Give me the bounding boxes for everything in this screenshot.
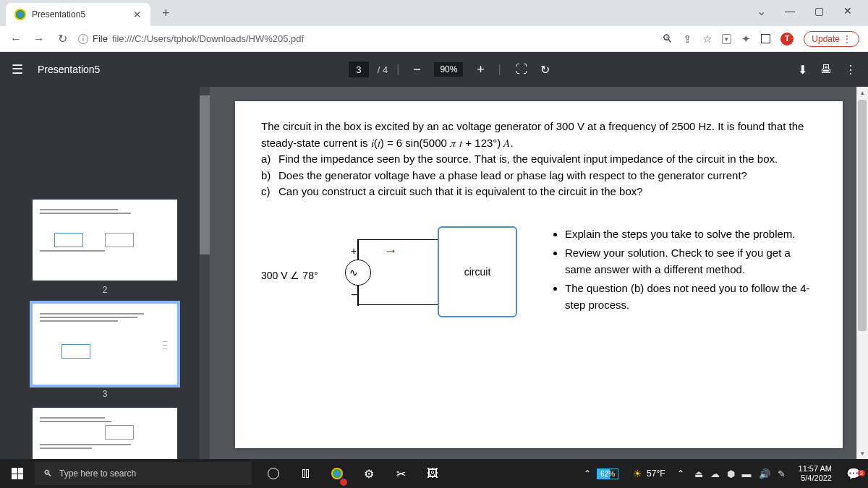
chrome-favicon-icon <box>14 9 26 20</box>
bullet-item: The question (b) does not need you to fo… <box>565 281 817 313</box>
page-number-input[interactable] <box>349 61 369 77</box>
volume-icon[interactable]: 🔊 <box>759 468 770 479</box>
browser-title-bar: Presentation5 ✕ + ⌄ — ▢ ✕ <box>0 0 868 26</box>
item-a-label: a) <box>261 151 278 168</box>
taskbar-search[interactable]: 🔍︎ Type here to search <box>35 462 252 485</box>
page-scrollbar-thumb[interactable] <box>858 100 867 331</box>
search-icon: 🔍︎ <box>43 468 52 479</box>
notification-count-badge: 3 <box>858 470 865 476</box>
windows-taskbar: 🔍︎ Type here to search ⚙ ✂ 🖼 ⌃ 62% ☀ 57°… <box>0 459 868 488</box>
toolbar-separator: | <box>396 63 399 76</box>
download-icon[interactable]: ⬇ <box>798 63 807 77</box>
reload-button[interactable]: ↻ <box>55 32 69 46</box>
circuit-box: circuit <box>438 226 517 317</box>
more-actions-icon[interactable]: ⋮ <box>845 63 856 77</box>
search-placeholder: Type here to search <box>59 468 136 479</box>
back-button[interactable]: ← <box>9 33 23 46</box>
sidebar-toggle-icon[interactable]: ☰ <box>12 61 23 77</box>
zoom-level[interactable]: 90% <box>434 62 463 77</box>
share-icon[interactable]: ⇪ <box>683 33 692 46</box>
bullet-item: Explain the steps you take to solve the … <box>565 226 817 243</box>
polarity-minus: − <box>351 288 357 301</box>
current-arrow-icon: → <box>384 244 397 259</box>
toolbar-separator: | <box>498 63 501 76</box>
thumbnail-scrollbar-thumb[interactable] <box>200 95 210 254</box>
new-tab-button[interactable]: + <box>156 3 176 24</box>
battery-indicator[interactable]: 62% <box>597 468 618 479</box>
tab-title: Presentation5 <box>32 9 127 20</box>
intro-text: The circuit in the box is excited by an … <box>261 119 817 151</box>
start-button[interactable] <box>0 459 35 488</box>
url-scheme: File <box>93 33 108 44</box>
thumbnail-panel: 1 2 ━━━━━━━━━ <box>0 87 210 459</box>
weather-widget[interactable]: ☀ 57°F <box>626 468 672 479</box>
wire <box>357 239 359 260</box>
update-button[interactable]: Update ⋮ <box>804 31 859 47</box>
reader-mode-icon[interactable]: ▾ <box>722 34 731 44</box>
page-thumbnail[interactable] <box>33 408 177 459</box>
scrollbar-down-icon[interactable]: ▾ <box>856 448 868 459</box>
close-window-icon[interactable]: ✕ <box>833 0 862 22</box>
instruction-list: Explain the steps you take to solve the … <box>550 226 817 317</box>
print-icon[interactable]: 🖶 <box>820 63 832 76</box>
sine-wave-icon: ∿ <box>349 267 358 278</box>
search-address-icon[interactable]: 🔍︎ <box>662 33 673 45</box>
url-path: file:///C:/Users/tphok/Downloads/HW%205.… <box>112 33 304 44</box>
bullet-item: Review your solution. Check to see if yo… <box>565 245 817 278</box>
security-icon[interactable]: ⬢ <box>727 468 735 479</box>
battery-tray-icon[interactable]: ▬ <box>742 468 752 479</box>
system-tray: ⏏ ☁ ⬢ ▬ 🔊 ✎ <box>689 468 791 479</box>
rotate-icon[interactable]: ↻ <box>540 63 550 77</box>
snipping-tool-icon[interactable]: ✂ <box>386 459 415 488</box>
item-c-text: Can you construct a circuit such that it… <box>278 184 643 200</box>
circuit-diagram: 300 V ∠ 78° ∿ + − → circuit <box>261 226 522 328</box>
item-c-label: c) <box>261 184 278 200</box>
maximize-icon[interactable]: ▢ <box>804 0 833 22</box>
clock-widget[interactable]: 11:57 AM 5/4/2022 <box>791 464 839 483</box>
tab-search-icon[interactable]: ⌄ <box>746 0 775 22</box>
profile-avatar[interactable]: T <box>780 33 793 46</box>
pdf-toolbar: ☰ Presentation5 / 4 | − 90% + | ⛶ ↻ ⬇ 🖶 … <box>0 52 868 87</box>
pdf-document-title: Presentation5 <box>38 64 100 75</box>
scrollbar-up-icon[interactable]: ▴ <box>856 87 868 98</box>
page-thumbnail-active[interactable]: ━━━━━━━━━ <box>33 304 177 385</box>
tray-chevron-icon[interactable]: ⌃ <box>673 468 689 479</box>
browser-tab[interactable]: Presentation5 ✕ <box>6 3 150 26</box>
thumb-page-number: 3 <box>103 389 108 399</box>
temperature-label: 57°F <box>647 468 665 479</box>
zoom-in-button[interactable]: + <box>472 62 489 77</box>
input-method-icon[interactable]: ✎ <box>778 468 786 479</box>
cortana-icon[interactable] <box>259 459 288 488</box>
bookmark-icon[interactable]: ☆ <box>702 33 712 46</box>
page-total-label: / 4 <box>378 64 388 75</box>
extensions-icon[interactable]: ✦ <box>741 33 751 46</box>
page-thumbnail[interactable] <box>33 200 177 281</box>
extension-square-icon[interactable] <box>761 34 770 43</box>
zoom-out-button[interactable]: − <box>408 62 425 77</box>
tab-close-icon[interactable]: ✕ <box>133 9 142 20</box>
chrome-taskbar-icon[interactable] <box>323 459 352 488</box>
item-b-text: Does the generator voltage have a phase … <box>278 168 747 184</box>
site-info-icon[interactable]: i <box>78 34 88 44</box>
pdf-viewer: 1 2 ━━━━━━━━━ <box>0 87 868 459</box>
pdf-page: The circuit in the box is excited by an … <box>235 101 843 448</box>
page-scroll-area[interactable]: The circuit in the box is excited by an … <box>210 87 868 459</box>
notifications-icon[interactable]: 💬3 <box>839 467 868 481</box>
photos-taskbar-icon[interactable]: 🖼 <box>418 459 447 488</box>
thumb-page-number: 2 <box>103 285 108 295</box>
task-view-icon[interactable] <box>291 459 320 488</box>
url-bar[interactable]: i File file:///C:/Users/tphok/Downloads/… <box>78 33 653 44</box>
sun-icon: ☀ <box>633 468 642 479</box>
fit-page-icon[interactable]: ⛶ <box>516 63 527 76</box>
forward-button[interactable]: → <box>32 33 46 46</box>
polarity-plus: + <box>351 245 357 257</box>
time-label: 11:57 AM <box>799 464 832 474</box>
minimize-icon[interactable]: — <box>775 0 804 22</box>
cloud-icon[interactable]: ☁ <box>710 468 720 479</box>
source-voltage-label: 300 V ∠ 78° <box>261 270 318 281</box>
address-bar: ← → ↻ i File file:///C:/Users/tphok/Down… <box>0 26 868 52</box>
show-hidden-icons[interactable]: ⌃ <box>578 468 597 479</box>
wire <box>358 304 438 306</box>
onedrive-icon[interactable]: ⏏ <box>694 468 703 479</box>
settings-taskbar-icon[interactable]: ⚙ <box>354 459 383 488</box>
